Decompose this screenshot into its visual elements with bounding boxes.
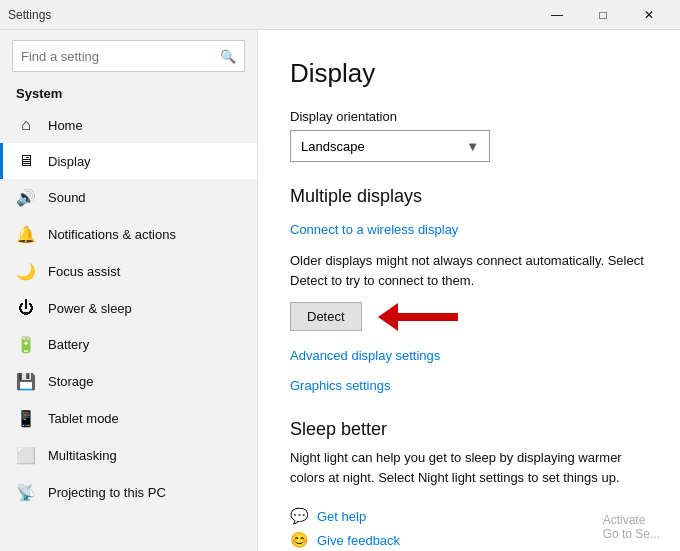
sidebar-item-label: Display — [48, 154, 91, 169]
advanced-display-link[interactable]: Advanced display settings — [290, 348, 440, 363]
multitasking-icon: ⬜ — [16, 446, 36, 465]
sidebar-item-label: Tablet mode — [48, 411, 119, 426]
sidebar-item-display[interactable]: 🖥 Display — [0, 143, 257, 179]
sidebar-item-projecting[interactable]: 📡 Projecting to this PC — [0, 474, 257, 511]
bottom-links: 💬 Get help 😊 Give feedback — [290, 507, 648, 549]
power-icon: ⏻ — [16, 299, 36, 317]
titlebar-controls: — □ ✕ — [534, 0, 672, 30]
give-feedback-item[interactable]: 😊 Give feedback — [290, 531, 648, 549]
search-icon: 🔍 — [220, 49, 236, 64]
notifications-icon: 🔔 — [16, 225, 36, 244]
app-window: Settings — □ ✕ 🔍 System ⌂ Home 🖥 Disp — [0, 0, 680, 551]
sidebar-item-label: Multitasking — [48, 448, 117, 463]
sidebar-item-notifications[interactable]: 🔔 Notifications & actions — [0, 216, 257, 253]
sidebar-item-label: Sound — [48, 190, 86, 205]
sidebar-item-label: Storage — [48, 374, 94, 389]
connect-wireless-link[interactable]: Connect to a wireless display — [290, 222, 458, 237]
titlebar: Settings — □ ✕ — [0, 0, 680, 30]
battery-icon: 🔋 — [16, 335, 36, 354]
chevron-down-icon: ▼ — [466, 139, 479, 154]
arrow-head — [378, 303, 398, 331]
page-title: Display — [290, 58, 648, 89]
sidebar-item-storage[interactable]: 💾 Storage — [0, 363, 257, 400]
sidebar-item-label: Battery — [48, 337, 89, 352]
sidebar-item-label: Notifications & actions — [48, 227, 176, 242]
home-icon: ⌂ — [16, 116, 36, 134]
focus-icon: 🌙 — [16, 262, 36, 281]
orientation-value: Landscape — [301, 139, 365, 154]
detect-row: Detect — [290, 302, 648, 331]
get-help-link: Get help — [317, 509, 366, 524]
activation-watermark: ActivateGo to Se... — [603, 513, 660, 541]
sidebar-item-label: Projecting to this PC — [48, 485, 166, 500]
give-feedback-link: Give feedback — [317, 533, 400, 548]
maximize-button[interactable]: □ — [580, 0, 626, 30]
search-input[interactable] — [21, 49, 220, 64]
content-area: Display Display orientation Landscape ▼ … — [258, 30, 680, 551]
close-button[interactable]: ✕ — [626, 0, 672, 30]
graphics-settings-link[interactable]: Graphics settings — [290, 378, 390, 393]
orientation-label: Display orientation — [290, 109, 648, 124]
sidebar-item-sound[interactable]: 🔊 Sound — [0, 179, 257, 216]
sleep-description: Night light can help you get to sleep by… — [290, 448, 648, 487]
sidebar-item-label: Focus assist — [48, 264, 120, 279]
projecting-icon: 📡 — [16, 483, 36, 502]
titlebar-title: Settings — [8, 8, 51, 22]
display-icon: 🖥 — [16, 152, 36, 170]
sleep-heading: Sleep better — [290, 419, 648, 440]
minimize-button[interactable]: — — [534, 0, 580, 30]
red-arrow-indicator — [378, 303, 458, 331]
sidebar-item-multitasking[interactable]: ⬜ Multitasking — [0, 437, 257, 474]
tablet-icon: 📱 — [16, 409, 36, 428]
sidebar-item-tablet[interactable]: 📱 Tablet mode — [0, 400, 257, 437]
search-box[interactable]: 🔍 — [12, 40, 245, 72]
sidebar-item-focus[interactable]: 🌙 Focus assist — [0, 253, 257, 290]
sleep-section: Sleep better Night light can help you ge… — [290, 419, 648, 487]
sidebar: 🔍 System ⌂ Home 🖥 Display 🔊 Sound 🔔 N — [0, 30, 258, 551]
sidebar-item-label: Power & sleep — [48, 301, 132, 316]
get-help-item[interactable]: 💬 Get help — [290, 507, 648, 525]
multiple-displays-heading: Multiple displays — [290, 186, 648, 207]
feedback-icon: 😊 — [290, 531, 309, 549]
arrow-body — [398, 313, 458, 321]
sidebar-item-label: Home — [48, 118, 83, 133]
sidebar-item-battery[interactable]: 🔋 Battery — [0, 326, 257, 363]
help-icon: 💬 — [290, 507, 309, 525]
sidebar-item-home[interactable]: ⌂ Home — [0, 107, 257, 143]
detect-description: Older displays might not always connect … — [290, 251, 648, 290]
detect-button[interactable]: Detect — [290, 302, 362, 331]
sound-icon: 🔊 — [16, 188, 36, 207]
sidebar-section-title: System — [0, 78, 257, 107]
orientation-dropdown[interactable]: Landscape ▼ — [290, 130, 490, 162]
storage-icon: 💾 — [16, 372, 36, 391]
app-body: 🔍 System ⌂ Home 🖥 Display 🔊 Sound 🔔 N — [0, 30, 680, 551]
sidebar-item-power[interactable]: ⏻ Power & sleep — [0, 290, 257, 326]
